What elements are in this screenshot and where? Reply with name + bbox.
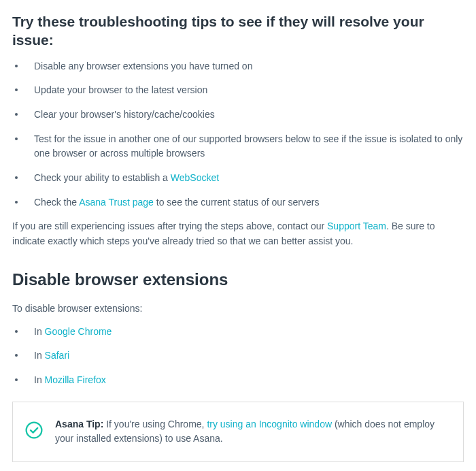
asana-trust-link[interactable]: Asana Trust page xyxy=(79,197,154,208)
list-item-text: Check your ability to establish a xyxy=(34,172,171,183)
list-item-text: to see the current status of our servers xyxy=(154,197,320,208)
asana-tip-pre: If you're using Chrome, xyxy=(103,419,207,429)
list-item-text: Disable any browser extensions you have … xyxy=(34,61,252,71)
list-item: In Google Chrome xyxy=(12,325,464,340)
mozilla-firefox-link[interactable]: Mozilla Firefox xyxy=(45,374,106,385)
google-chrome-link[interactable]: Google Chrome xyxy=(45,326,112,337)
list-item: Check your ability to establish a WebSoc… xyxy=(12,171,464,186)
list-item: In Mozilla Firefox xyxy=(12,373,464,388)
asana-tip-text: Asana Tip: If you're using Chrome, try u… xyxy=(55,417,448,446)
list-item-text: Clear your browser's history/cache/cooki… xyxy=(34,109,215,120)
troubleshooting-tips-list: Disable any browser extensions you have … xyxy=(12,59,464,210)
list-item: Test for the issue in another one of our… xyxy=(12,132,464,161)
disable-extensions-intro: To disable browser extensions: xyxy=(12,302,464,316)
list-item-text: In xyxy=(34,326,45,337)
incognito-window-link[interactable]: try using an Incognito window xyxy=(207,419,332,429)
disable-extensions-heading: Disable browser extensions xyxy=(12,267,464,292)
svg-point-0 xyxy=(27,422,42,438)
browsers-list: In Google Chrome In Safari In Mozilla Fi… xyxy=(12,325,464,388)
websocket-link[interactable]: WebSocket xyxy=(171,172,219,183)
followup-text: If you are still experiencing issues aft… xyxy=(12,221,327,231)
asana-tip-label: Asana Tip: xyxy=(55,419,103,429)
checkmark-circle-icon xyxy=(25,421,43,439)
safari-link[interactable]: Safari xyxy=(45,350,70,361)
list-item: Clear your browser's history/cache/cooki… xyxy=(12,108,464,123)
list-item-text: Update your browser to the latest versio… xyxy=(34,84,207,95)
list-item-text: Test for the issue in another one of our… xyxy=(34,133,462,159)
list-item-text: In xyxy=(34,350,45,361)
followup-paragraph: If you are still experiencing issues aft… xyxy=(12,219,464,248)
asana-tip-box: Asana Tip: If you're using Chrome, try u… xyxy=(12,402,464,462)
list-item: Disable any browser extensions you have … xyxy=(12,59,464,74)
list-item-text: Check the xyxy=(34,197,79,208)
list-item: Check the Asana Trust page to see the cu… xyxy=(12,195,464,210)
support-team-link[interactable]: Support Team xyxy=(327,221,386,231)
troubleshooting-heading: Try these troubleshooting tips to see if… xyxy=(12,12,464,50)
list-item-text: In xyxy=(34,374,45,385)
list-item: In Safari xyxy=(12,348,464,363)
list-item: Update your browser to the latest versio… xyxy=(12,83,464,98)
